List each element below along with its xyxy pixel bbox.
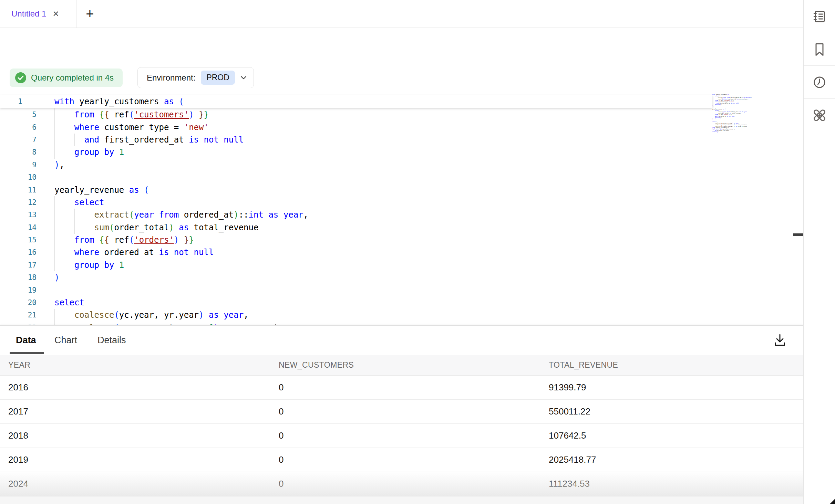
chevron-down-icon [240,76,247,80]
code-line[interactable]: 14 sum(order_total) as total_revenue [0,221,793,234]
indent-guide [54,196,55,209]
minimap-content: with yearly_customers as ( select extrac… [712,94,759,133]
minimap[interactable]: with yearly_customers as ( select extrac… [712,94,759,139]
history-icon[interactable] [804,66,835,98]
new-tab-button[interactable]: + [81,0,99,28]
code-line[interactable]: 20select [0,296,793,309]
table-row[interactable]: 201902025418.77 [0,448,803,472]
line-number: 12 [0,198,37,207]
environment-select[interactable]: Environment: PROD [137,67,254,88]
code-line[interactable]: 5 from {{ ref('customers') }} [0,108,793,121]
indent-guide [74,134,75,146]
sql-editor[interactable]: Query completed in 4s Environment: PROD … [0,61,793,325]
line-number: 9 [0,161,37,169]
active-tab-indicator [10,352,44,354]
line-number: 19 [0,286,37,294]
line-number: 15 [0,236,37,244]
code-lines[interactable]: 5 from {{ ref('customers') }}6 where cus… [0,108,793,325]
ref-link[interactable]: 'orders' [134,235,174,245]
sticky-line[interactable]: 1with yearly_customers as ( [0,95,712,108]
indent-guide [54,146,55,158]
code-line[interactable]: 11yearly_revenue as ( [0,183,793,196]
tab-label: Untitled 1 [11,9,46,19]
table-row[interactable]: 20180107642.5 [0,424,803,448]
code-line[interactable]: 12 select [0,196,793,209]
environment-label: Environment: [147,73,195,83]
code-line[interactable]: 8 group by 1 [0,146,793,158]
table-cell: 2016 [8,382,279,393]
code-line[interactable]: 18) [0,271,793,284]
code-line[interactable]: 17 group by 1 [0,259,793,271]
tab-data[interactable]: Data [16,326,36,355]
resize-corner-icon[interactable] [830,499,835,504]
line-number: 21 [0,311,37,319]
column-new-customers: NEW_CUSTOMERS [279,360,549,370]
outline-view-icon[interactable] [804,0,835,33]
code-line[interactable]: 1with yearly_customers as ( [0,95,712,108]
indent-guide [54,259,55,271]
table-cell: 2018 [8,430,279,441]
ref-link[interactable]: 'customers' [134,110,189,119]
toolbar: Develop Run [0,28,803,61]
line-number: 13 [0,211,37,219]
indent-guide [54,246,55,259]
download-icon[interactable] [770,330,790,350]
tab-separator [76,0,76,28]
indent-guide [54,309,55,321]
indent-guide [54,134,55,146]
table-cell: 2017 [8,406,279,417]
results-panel: Data Chart Details YEAR NEW_CUSTOMERS TO… [0,325,803,504]
table-cell: 2019 [8,454,279,465]
column-total-revenue: TOTAL_REVENUE [549,360,803,370]
table-row[interactable]: 2016091399.79 [0,376,803,400]
environment-value-badge: PROD [201,71,235,85]
horizontal-scrollbar[interactable] [0,496,803,504]
indent-guide [54,221,55,234]
panel-resize-handle[interactable] [793,233,803,236]
code-line[interactable]: 13 extract(year from ordered_at)::int as… [0,209,793,221]
code-line[interactable]: 16 where ordered_at is not null [0,246,793,259]
tab-details[interactable]: Details [97,326,126,355]
code-line[interactable]: 9), [0,159,793,171]
table-cell: 550011.22 [549,406,803,417]
table-cell: 111234.53 [549,479,803,489]
check-circle-icon [15,72,26,83]
column-year: YEAR [8,360,279,370]
indent-guide [74,221,75,234]
line-number: 16 [0,248,37,256]
line-number: 14 [0,223,37,232]
table-row[interactable]: 20170550011.22 [0,400,803,424]
dbt-lineage-icon[interactable] [804,99,835,132]
code-line[interactable]: 22 coalesce(yc.new_customers, 0) as new_… [0,322,793,325]
line-number: 1 [0,97,37,106]
table-cell: 0 [279,382,549,393]
table-cell: 91399.79 [549,382,803,393]
query-status-text: Query completed in 4s [31,73,114,83]
table-cell: 0 [279,479,549,489]
bookmark-icon[interactable] [804,33,835,66]
tab-untitled-1[interactable]: Untitled 1 ✕ [0,0,67,28]
code-line[interactable]: 19 [0,284,793,296]
close-icon[interactable]: ✕ [52,10,59,18]
code-line[interactable]: 21 coalesce(yc.year, yr.year) as year, [0,309,793,321]
code-line[interactable]: 6 where customer_type = 'new' [0,121,793,133]
code-line[interactable]: 15 from {{ ref('orders') }} [0,234,793,246]
indent-guide [54,322,55,325]
indent-guide [54,108,55,121]
indent-guide [54,234,55,246]
line-number: 7 [0,136,37,144]
line-number: 18 [0,273,37,282]
editor-scrollbar[interactable] [793,61,803,325]
table-row[interactable]: 20240111234.53 [0,472,803,496]
code-line[interactable]: 7 and first_ordered_at is not null [0,134,793,146]
table-cell: 2025418.77 [549,454,803,465]
line-number: 6 [0,123,37,132]
query-status-badge: Query completed in 4s [10,69,123,87]
table-cell: 2024 [8,479,279,489]
tab-bar: Untitled 1 ✕ + [0,0,803,28]
table-header: YEAR NEW_CUSTOMERS TOTAL_REVENUE [0,355,803,376]
indent-guide [54,209,55,221]
tab-chart[interactable]: Chart [54,326,77,355]
line-number: 10 [0,173,37,181]
code-line[interactable]: 10 [0,171,793,183]
